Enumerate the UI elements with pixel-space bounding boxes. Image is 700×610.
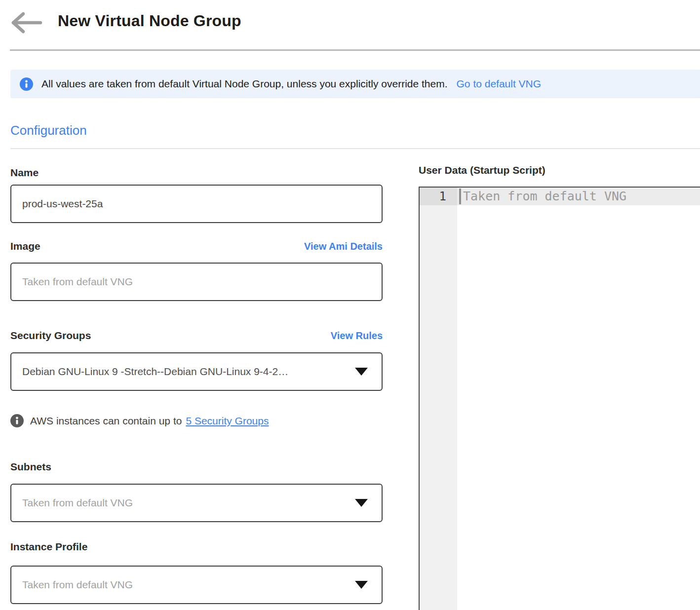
user-data-label: User Data (Startup Script) [419,164,545,176]
caret-down-icon [355,368,368,376]
security-groups-selected-value: Debian GNU-Linux 9 -Stretch--Debian GNU-… [22,366,288,378]
back-button[interactable] [10,11,44,35]
security-groups-select[interactable]: Debian GNU-Linux 9 -Stretch--Debian GNU-… [10,352,383,391]
info-banner: All values are taken from default Virtua… [10,70,700,98]
page-title: New Virtual Node Group [58,12,241,30]
go-to-default-vng-link[interactable]: Go to default VNG [457,78,542,90]
instance-profile-label: Instance Profile [10,541,87,553]
user-data-editor[interactable]: 1 Taken from default VNG [419,187,700,610]
info-icon [20,77,33,91]
caret-down-icon [355,499,368,507]
arrow-left-icon [10,11,42,34]
editor-placeholder-text: Taken from default VNG [463,188,626,205]
info-icon-gray [10,414,24,427]
view-rules-link[interactable]: View Rules [331,330,383,342]
image-label: Image [10,240,40,252]
configuration-section-title[interactable]: Configuration [10,123,87,138]
editor-cursor [459,189,461,204]
view-ami-details-link[interactable]: View Ami Details [304,241,383,252]
image-input[interactable] [10,263,383,301]
caret-down-icon [355,581,368,589]
editor-gutter [420,188,457,610]
five-security-groups-link[interactable]: 5 Security Groups [186,415,269,427]
security-groups-note-text: AWS instances can contain up to [30,415,182,427]
banner-message: All values are taken from default Virtua… [41,78,448,90]
subnets-placeholder: Taken from default VNG [22,497,133,509]
security-groups-label: Security Groups [10,330,91,342]
instance-profile-select[interactable]: Taken from default VNG [10,566,383,604]
header-divider [10,49,700,51]
name-label: Name [10,167,39,179]
section-divider [10,148,700,149]
subnets-select[interactable]: Taken from default VNG [10,484,383,522]
instance-profile-placeholder: Taken from default VNG [22,579,133,591]
name-input[interactable] [10,185,383,223]
subnets-label: Subnets [10,461,51,473]
editor-line-number: 1 [420,188,457,205]
security-groups-note: AWS instances can contain up to 5 Securi… [10,414,269,427]
